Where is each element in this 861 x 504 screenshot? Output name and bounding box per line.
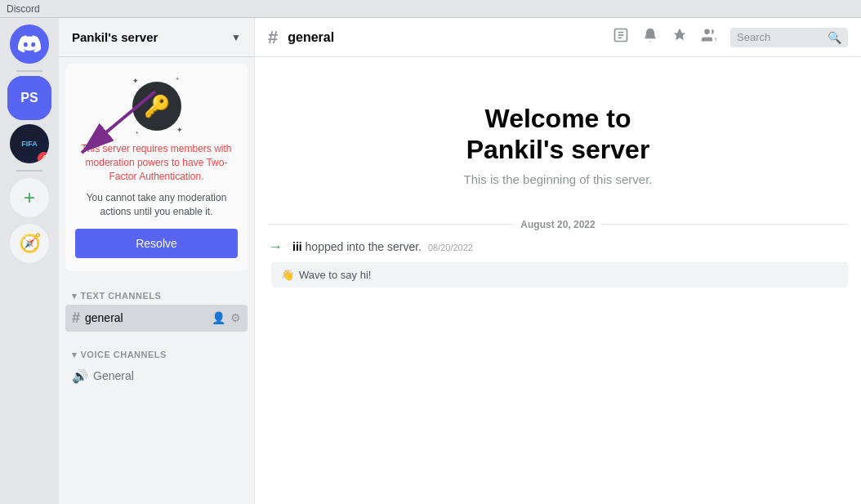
collapse-icon: ▾ [72,291,78,301]
channel-header: # general Search 🔍 [255,18,861,57]
voice-channels-header[interactable]: ▾ VOICE CHANNELS [65,350,248,360]
welcome-subtitle: This is the beginning of this server. [284,172,832,186]
join-timestamp: 08/20/2022 [428,243,473,252]
channel-actions: 👤 ⚙ [212,311,241,324]
compass-icon: 🧭 [19,233,41,254]
ps-server-icon[interactable]: PS [10,78,49,118]
server-header[interactable]: Pankil's server ▼ [59,18,254,57]
server-list-separator [16,70,42,72]
threads-icon[interactable] [613,27,629,47]
general-channel-name: general [85,311,212,324]
voice-channels-section: ▾ VOICE CHANNELS 🔊 General [59,337,254,392]
wave-button-label: Wave to say hi! [299,269,371,281]
fifa-server-label: FIFA [21,140,38,148]
date-label: August 20, 2022 [520,219,595,230]
discover-button[interactable]: 🧭 [10,224,49,263]
server-list: PS FIFA 4 + 🧭 [0,18,59,504]
search-icon: 🔍 [828,31,841,44]
join-arrow-icon: → [268,239,283,256]
title-bar: Discord [0,0,861,18]
search-placeholder-text: Search [737,31,823,43]
discord-home-button[interactable] [10,25,49,64]
ps-server-label: PS [20,91,38,105]
pin-icon[interactable] [671,27,688,47]
voice-general-item[interactable]: 🔊 General [65,364,248,389]
search-box[interactable]: Search 🔍 [730,28,848,47]
add-member-icon[interactable]: 👤 [212,311,225,324]
chat-area: Welcome to Pankil's server This is the b… [255,57,861,504]
channel-hash-icon: # [72,310,80,327]
add-icon: + [24,186,35,209]
settings-icon[interactable]: ⚙ [230,311,241,324]
date-line-left [268,224,514,225]
server-name: Pankil's server [72,30,158,44]
add-server-button[interactable]: + [10,178,49,217]
text-channels-label: TEXT CHANNELS [81,291,162,301]
header-icons: Search 🔍 [613,27,848,47]
key-circle: 🔑 [132,82,181,131]
warning-text: This server requires members with modera… [75,142,238,183]
welcome-section: Welcome to Pankil's server This is the b… [268,70,848,203]
fifa-server-icon[interactable]: FIFA 4 [10,124,49,163]
general-channel-item[interactable]: # general 👤 ⚙ [65,305,248,332]
voice-general-name: General [93,369,134,382]
notifications-icon[interactable] [642,27,658,47]
join-message-row: → iii hopped into the server. 08/20/2022 [268,239,848,256]
server-list-separator-2 [16,170,42,172]
key-icon-container: ✦ + ✦ + 🔑 [127,77,186,136]
text-channels-header[interactable]: ▾ TEXT CHANNELS [65,291,248,301]
wave-button[interactable]: 👋 Wave to say hi! [271,262,848,288]
channel-header-hash-icon: # [268,27,278,48]
join-message-text: iii hopped into the server. 08/20/2022 [292,240,473,253]
collapse-icon-voice: ▾ [72,350,78,360]
speaker-icon: 🔊 [72,368,88,384]
app-title: Discord [7,3,40,15]
notification-badge: 4 [38,152,49,163]
text-channels-section: ▾ TEXT CHANNELS # general 👤 ⚙ [59,278,254,337]
members-icon[interactable] [701,27,717,47]
svg-point-6 [704,29,710,35]
welcome-title: Welcome to Pankil's server [284,103,832,166]
2fa-warning-box: ✦ + ✦ + 🔑 This server requires members w… [65,64,248,271]
resolve-button[interactable]: Resolve [75,229,238,258]
join-user: iii [292,240,302,253]
chevron-down-icon: ▼ [231,32,241,43]
main-content: # general Search 🔍 [255,18,861,504]
date-line-right [602,224,848,225]
wave-emoji: 👋 [281,269,294,281]
channel-header-name: general [288,30,334,45]
moderation-text: You cannot take any moderation actions u… [75,191,238,219]
channel-sidebar: Pankil's server ▼ ✦ + ✦ + 🔑 This server … [59,18,255,504]
date-divider: August 20, 2022 [268,219,848,230]
voice-channels-label: VOICE CHANNELS [81,350,167,359]
